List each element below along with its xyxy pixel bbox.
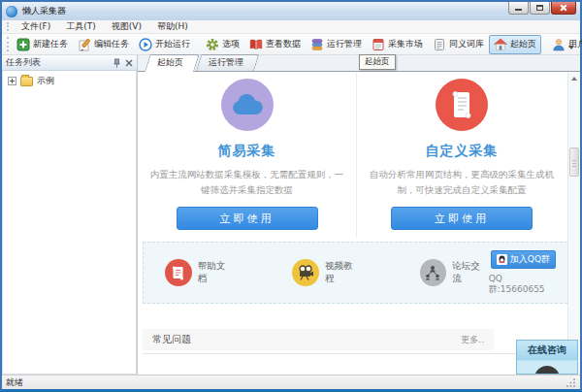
faq-divider	[143, 353, 542, 354]
close-icon	[560, 4, 567, 12]
scroll-circle	[436, 79, 488, 131]
video-tutorial-label: 视频教程	[325, 260, 362, 285]
gear-icon	[206, 38, 219, 51]
home-icon	[494, 38, 507, 51]
tab-start-page-label: 起始页	[157, 57, 183, 67]
window-controls	[508, 2, 576, 15]
collect-panels: 简易采集 内置主流网站数据采集模板，无需配置规则，一键筛选并采集指定数据 立即使…	[138, 72, 580, 237]
new-task-plus-icon	[16, 38, 30, 51]
options-button[interactable]: 选项	[201, 35, 244, 54]
forum-link[interactable]: 论坛交流	[420, 259, 489, 286]
scrollbar-thumb[interactable]	[569, 147, 579, 177]
tree-item-example[interactable]: 示例	[8, 75, 131, 87]
tab-overflow-button[interactable]	[568, 49, 574, 68]
play-icon	[139, 38, 152, 51]
chevron-down-icon	[568, 46, 574, 68]
menu-tools[interactable]: 工具(T)	[58, 19, 104, 34]
tab-start-page[interactable]: 起始页	[145, 54, 194, 72]
app-logo-icon	[6, 6, 17, 17]
join-qq-button[interactable]: 加入QQ群	[491, 250, 556, 269]
video-tutorial-link[interactable]: 视频教程	[292, 259, 361, 286]
cloud-icon	[232, 94, 263, 115]
start-run-button[interactable]: 开始运行	[134, 35, 195, 54]
minimize-icon	[515, 9, 522, 11]
close-button[interactable]	[551, 2, 576, 15]
join-qq-label: 加入QQ群	[510, 253, 550, 266]
online-chat-label[interactable]: 在线咨询	[516, 340, 578, 360]
thesaurus-label: 同义词库	[449, 38, 484, 50]
menu-file[interactable]: 文件(F)	[14, 19, 58, 34]
video-camera-icon	[297, 265, 314, 280]
titlebar: 懒人采集器	[2, 2, 580, 20]
simple-collect-title: 简易采集	[138, 143, 356, 160]
maximize-icon	[536, 5, 543, 11]
custom-collect-panel: 自定义采集 自动分析常用网页结构，更高级的采集生成机制，可快速完成自定义采集配置…	[356, 72, 566, 237]
online-chat-avatar	[516, 360, 578, 375]
toolbar-grip	[7, 37, 9, 51]
menu-view[interactable]: 视图(V)	[104, 19, 149, 34]
faq-header: 常见问题 更多..	[143, 329, 494, 350]
user-login-button[interactable]: 用户登录	[547, 35, 582, 54]
expand-plus-icon[interactable]	[8, 77, 16, 85]
maximize-button[interactable]	[530, 2, 550, 15]
chevron-up-icon	[571, 77, 577, 81]
custom-collect-use-button[interactable]: 立即使用	[391, 207, 533, 230]
menubar: 文件(F) 工具(T) 视图(V) 帮助(H)	[2, 20, 580, 34]
edit-task-label: 编辑任务	[94, 38, 129, 50]
edit-task-button[interactable]: 编辑任务	[73, 35, 134, 54]
links-strip: 帮助文档 视频教程 论坛交流	[143, 242, 572, 304]
start-page-content: 简易采集 内置主流网站数据采集模板，无需配置规则，一键筛选并采集指定数据 立即使…	[138, 72, 580, 375]
menu-help[interactable]: 帮助(H)	[149, 19, 196, 34]
run-manage-button[interactable]: 运行管理	[306, 35, 367, 54]
tree-item-label: 示例	[37, 75, 54, 87]
minimize-button[interactable]	[508, 2, 529, 15]
cloud-circle	[221, 79, 274, 131]
qq-group-block: 加入QQ群 QQ群:15660655	[489, 250, 558, 296]
help-doc-label: 帮助文档	[198, 260, 235, 285]
help-doc-link[interactable]: 帮助文档	[165, 259, 234, 286]
start-page-button[interactable]: 起始页	[489, 35, 541, 54]
simple-collect-use-button[interactable]: 立即使用	[177, 207, 318, 230]
qq-icon	[497, 254, 507, 265]
panel-close-icon[interactable]	[125, 59, 133, 67]
user-icon	[552, 38, 566, 51]
menubar-grip	[7, 22, 11, 31]
resize-grip-icon[interactable]	[566, 377, 576, 387]
tab-run-manage-label: 运行管理	[209, 57, 243, 67]
forum-people-icon	[424, 265, 441, 281]
simple-collect-desc: 内置主流网站数据采集模板，无需配置规则，一键筛选并采集指定数据	[147, 167, 347, 197]
scroll-up-button[interactable]	[568, 72, 580, 84]
help-doc-icon	[172, 266, 184, 280]
vertical-scrollbar[interactable]	[567, 72, 580, 375]
qq-group-number: QQ群:15660655	[489, 274, 558, 296]
pin-icon[interactable]	[113, 58, 121, 68]
start-page-tooltip: 起始页	[359, 54, 396, 70]
options-label: 选项	[222, 38, 240, 50]
market-card-icon	[372, 38, 385, 51]
start-run-label: 开始运行	[155, 38, 190, 50]
thesaurus-button[interactable]: 同义词库	[428, 35, 489, 54]
view-data-label: 查看数据	[266, 38, 301, 50]
open-book-icon	[249, 38, 263, 51]
new-task-label: 新建任务	[33, 38, 68, 50]
edit-pencil-icon	[78, 38, 91, 51]
view-data-button[interactable]: 查看数据	[244, 35, 306, 54]
video-tutorial-circle	[292, 259, 319, 286]
new-task-button[interactable]: 新建任务	[12, 35, 73, 54]
task-list-panel: 任务列表 示例	[2, 55, 138, 375]
tab-run-manage[interactable]: 运行管理	[196, 54, 254, 71]
status-text: 就绪	[6, 376, 23, 389]
market-button[interactable]: 采集市场	[367, 35, 428, 54]
task-list-header: 任务列表	[2, 55, 137, 71]
folder-icon	[20, 77, 33, 86]
toolbar: 新建任务 编辑任务 开始运行 选项 查看数据 运行管理 采集市场	[2, 34, 580, 55]
online-chat-widget[interactable]: 在线咨询	[516, 340, 578, 375]
scroll-document-icon	[450, 90, 473, 119]
faq-more-link[interactable]: 更多..	[461, 334, 484, 346]
custom-collect-desc: 自动分析常用网页结构，更高级的采集生成机制，可快速完成自定义采集配置	[362, 167, 562, 197]
simple-collect-panel: 简易采集 内置主流网站数据采集模板，无需配置规则，一键筛选并采集指定数据 立即使…	[138, 72, 356, 237]
custom-collect-title: 自定义采集	[357, 143, 566, 160]
layers-icon	[310, 38, 324, 51]
faq-section: 常见问题 更多..	[143, 329, 494, 354]
task-tree: 示例	[2, 71, 137, 375]
